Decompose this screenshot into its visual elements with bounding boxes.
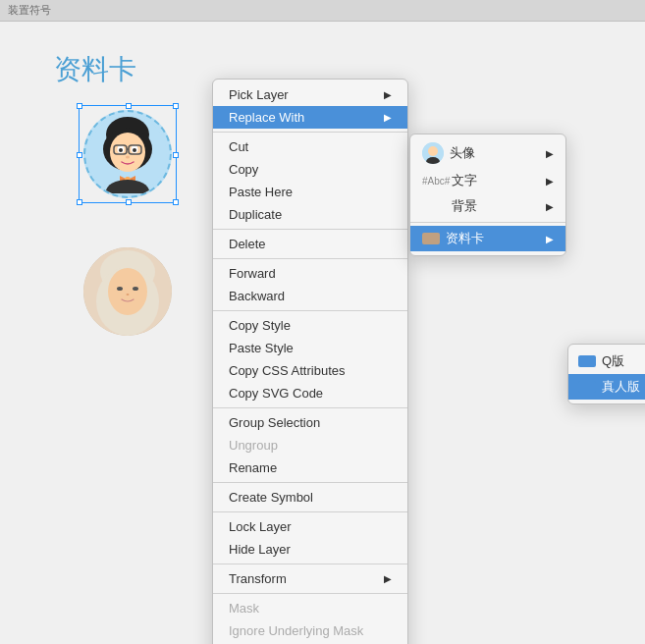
canvas: 资料卡 <box>0 22 645 644</box>
menu-item-copy[interactable]: Copy <box>213 158 407 181</box>
menu-label-group-selection: Group Selection <box>229 415 320 430</box>
divider-2 <box>213 229 407 230</box>
replace-with-arrow: ▶ <box>384 112 392 123</box>
card-label-q-version: Q版 <box>602 352 624 370</box>
transform-arrow: ▶ <box>384 573 392 584</box>
card-symbol-icon <box>422 233 440 244</box>
profile-image-1 <box>83 110 172 198</box>
svg-point-11 <box>126 156 130 159</box>
svg-point-22 <box>127 294 130 295</box>
menu-item-copy-css[interactable]: Copy CSS Attributes <box>213 359 407 382</box>
menu-item-lock-layer[interactable]: Lock Layer <box>213 515 407 538</box>
menu-label-cut: Cut <box>229 139 248 154</box>
menu-item-delete[interactable]: Delete <box>213 233 407 255</box>
menu-item-backward[interactable]: Backward <box>213 285 407 307</box>
context-menu: Pick Layer ▶ Replace With ▶ <box>212 79 408 644</box>
text-icon-placeholder: #Abc# <box>422 176 446 187</box>
title-bar-text: 装置符号 <box>8 3 51 18</box>
menu-label-copy-style: Copy Style <box>229 318 291 333</box>
menu-item-pick-layer[interactable]: Pick Layer ▶ <box>213 83 407 106</box>
divider-9 <box>213 593 407 594</box>
menu-label-replace-with: Replace With <box>229 110 304 125</box>
handle-tr[interactable] <box>173 103 179 109</box>
divider-4 <box>213 310 407 311</box>
submenu-label-text: 文字 <box>452 172 477 189</box>
menu-item-hide-layer[interactable]: Hide Layer <box>213 538 407 561</box>
menu-label-paste-style: Paste Style <box>229 341 294 355</box>
handle-tc[interactable] <box>126 103 132 109</box>
menu-item-replace-with[interactable]: Replace With ▶ 头像 <box>213 106 407 129</box>
card-label-real-version: 真人版 <box>602 378 640 396</box>
background-arrow: ▶ <box>546 201 554 212</box>
avatar-arrow: ▶ <box>546 148 554 159</box>
menu-label-delete: Delete <box>229 237 266 251</box>
card-title: 资料卡 <box>54 51 136 88</box>
menu-label-duplicate: Duplicate <box>229 207 282 222</box>
submenu-label-avatar: 头像 <box>450 144 475 162</box>
submenu-label-card: 资料卡 <box>446 230 484 247</box>
card-item-real-version[interactable]: 真人版 <box>568 374 645 400</box>
handle-ml[interactable] <box>77 152 82 158</box>
submenu-replace-with: 头像 ▶ #Abc# 文字 ▶ 背景 <box>409 134 566 256</box>
svg-point-19 <box>108 268 147 315</box>
menu-label-hide-layer: Hide Layer <box>229 542 291 557</box>
submenu-item-background[interactable]: 背景 ▶ <box>410 193 565 219</box>
menu-label-copy: Copy <box>229 162 258 177</box>
menu-item-duplicate[interactable]: Duplicate <box>213 203 407 226</box>
menu-label-create-symbol: Create Symbol <box>229 490 313 505</box>
q-version-icon <box>578 355 596 367</box>
menu-item-mask: Mask <box>213 597 407 619</box>
avatar-thumbnail <box>422 142 444 164</box>
svg-point-21 <box>133 287 138 291</box>
divider-1 <box>213 132 407 133</box>
divider-5 <box>213 407 407 408</box>
svg-point-7 <box>133 148 136 152</box>
svg-point-6 <box>119 148 123 152</box>
menu-item-copy-svg[interactable]: Copy SVG Code <box>213 382 407 404</box>
svg-point-24 <box>428 146 438 156</box>
menu-item-transform[interactable]: Transform ▶ <box>213 567 407 590</box>
handle-bc[interactable] <box>126 199 132 205</box>
menu-item-create-symbol[interactable]: Create Symbol <box>213 486 407 509</box>
submenu-card-versions: Q版 真人版 <box>567 344 645 404</box>
handle-bl[interactable] <box>77 199 82 205</box>
submenu-divider <box>410 222 565 223</box>
text-arrow: ▶ <box>546 176 554 187</box>
menu-item-rename[interactable]: Rename <box>213 456 407 479</box>
card-arrow: ▶ <box>546 234 554 244</box>
submenu-item-text[interactable]: #Abc# 文字 ▶ <box>410 168 565 193</box>
menu-label-pick-layer: Pick Layer <box>229 87 289 102</box>
submenu-item-avatar[interactable]: 头像 ▶ <box>410 138 565 168</box>
menu-label-ignore-mask: Ignore Underlying Mask <box>229 623 363 638</box>
title-bar: 装置符号 <box>0 0 645 22</box>
svg-point-3 <box>110 133 145 172</box>
menu-label-paste-here: Paste Here <box>229 185 293 199</box>
menu-item-paste-here[interactable]: Paste Here <box>213 181 407 203</box>
menu-item-paste-style[interactable]: Paste Style <box>213 337 407 359</box>
menu-item-cut[interactable]: Cut <box>213 135 407 158</box>
menu-label-copy-svg: Copy SVG Code <box>229 386 323 401</box>
menu-item-group-selection[interactable]: Group Selection <box>213 411 407 434</box>
menu-label-forward: Forward <box>229 266 276 281</box>
real-version-icon <box>578 381 596 393</box>
handle-br[interactable] <box>173 199 179 205</box>
menu-item-ungroup: Ungroup <box>213 434 407 456</box>
menu-label-backward: Backward <box>229 289 285 303</box>
svg-point-20 <box>117 287 123 291</box>
submenu-label-background: 背景 <box>452 197 477 215</box>
divider-6 <box>213 482 407 483</box>
menu-item-ignore-mask: Ignore Underlying Mask <box>213 619 407 642</box>
submenu-item-card[interactable]: 资料卡 ▶ Q版 真人版 <box>410 226 565 251</box>
handle-mr[interactable] <box>173 152 179 158</box>
menu-label-mask: Mask <box>229 601 259 616</box>
menu-item-copy-style[interactable]: Copy Style <box>213 314 407 337</box>
divider-3 <box>213 258 407 259</box>
card-item-q-version[interactable]: Q版 <box>568 349 645 374</box>
menu-label-lock-layer: Lock Layer <box>229 519 292 534</box>
handle-tl[interactable] <box>77 103 82 109</box>
divider-7 <box>213 511 407 512</box>
profile-image-2 <box>83 247 172 336</box>
menu-item-forward[interactable]: Forward <box>213 262 407 285</box>
menu-label-ungroup: Ungroup <box>229 438 278 453</box>
menu-label-transform: Transform <box>229 571 287 586</box>
